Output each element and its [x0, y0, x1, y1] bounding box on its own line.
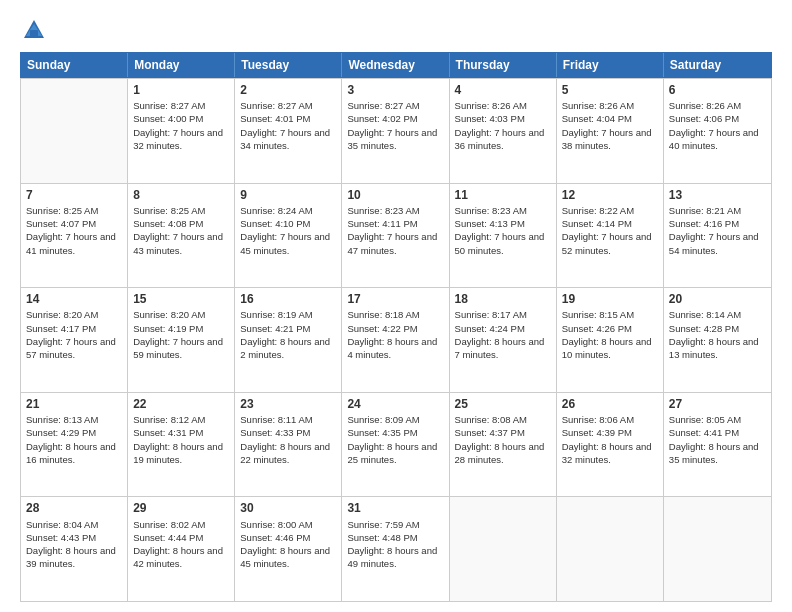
cal-cell: 18Sunrise: 8:17 AM Sunset: 4:24 PM Dayli… [450, 288, 557, 392]
day-number: 29 [133, 500, 229, 516]
cal-cell: 19Sunrise: 8:15 AM Sunset: 4:26 PM Dayli… [557, 288, 664, 392]
cal-cell: 4Sunrise: 8:26 AM Sunset: 4:03 PM Daylig… [450, 79, 557, 183]
cal-cell: 15Sunrise: 8:20 AM Sunset: 4:19 PM Dayli… [128, 288, 235, 392]
cal-header-tuesday: Tuesday [235, 53, 342, 77]
day-number: 31 [347, 500, 443, 516]
page: SundayMondayTuesdayWednesdayThursdayFrid… [0, 0, 792, 612]
cal-cell: 5Sunrise: 8:26 AM Sunset: 4:04 PM Daylig… [557, 79, 664, 183]
day-number: 21 [26, 396, 122, 412]
day-info: Sunrise: 8:27 AM Sunset: 4:01 PM Dayligh… [240, 99, 336, 152]
day-info: Sunrise: 8:25 AM Sunset: 4:08 PM Dayligh… [133, 204, 229, 257]
day-info: Sunrise: 8:21 AM Sunset: 4:16 PM Dayligh… [669, 204, 766, 257]
cal-cell: 24Sunrise: 8:09 AM Sunset: 4:35 PM Dayli… [342, 393, 449, 497]
day-info: Sunrise: 8:12 AM Sunset: 4:31 PM Dayligh… [133, 413, 229, 466]
day-info: Sunrise: 8:11 AM Sunset: 4:33 PM Dayligh… [240, 413, 336, 466]
day-number: 5 [562, 82, 658, 98]
day-number: 8 [133, 187, 229, 203]
day-info: Sunrise: 8:27 AM Sunset: 4:00 PM Dayligh… [133, 99, 229, 152]
day-info: Sunrise: 8:26 AM Sunset: 4:03 PM Dayligh… [455, 99, 551, 152]
day-info: Sunrise: 8:23 AM Sunset: 4:13 PM Dayligh… [455, 204, 551, 257]
day-number: 2 [240, 82, 336, 98]
day-info: Sunrise: 8:04 AM Sunset: 4:43 PM Dayligh… [26, 518, 122, 571]
svg-rect-2 [30, 30, 38, 38]
cal-cell: 17Sunrise: 8:18 AM Sunset: 4:22 PM Dayli… [342, 288, 449, 392]
day-number: 4 [455, 82, 551, 98]
cal-week-1: 1Sunrise: 8:27 AM Sunset: 4:00 PM Daylig… [21, 78, 771, 183]
cal-header-friday: Friday [557, 53, 664, 77]
day-info: Sunrise: 8:15 AM Sunset: 4:26 PM Dayligh… [562, 308, 658, 361]
day-number: 6 [669, 82, 766, 98]
cal-cell: 12Sunrise: 8:22 AM Sunset: 4:14 PM Dayli… [557, 184, 664, 288]
day-number: 9 [240, 187, 336, 203]
cal-cell: 29Sunrise: 8:02 AM Sunset: 4:44 PM Dayli… [128, 497, 235, 601]
day-number: 25 [455, 396, 551, 412]
cal-cell: 31Sunrise: 7:59 AM Sunset: 4:48 PM Dayli… [342, 497, 449, 601]
day-number: 17 [347, 291, 443, 307]
cal-cell: 25Sunrise: 8:08 AM Sunset: 4:37 PM Dayli… [450, 393, 557, 497]
cal-week-4: 21Sunrise: 8:13 AM Sunset: 4:29 PM Dayli… [21, 392, 771, 497]
day-info: Sunrise: 8:05 AM Sunset: 4:41 PM Dayligh… [669, 413, 766, 466]
cal-cell: 21Sunrise: 8:13 AM Sunset: 4:29 PM Dayli… [21, 393, 128, 497]
logo [20, 16, 52, 44]
day-info: Sunrise: 8:22 AM Sunset: 4:14 PM Dayligh… [562, 204, 658, 257]
day-info: Sunrise: 8:20 AM Sunset: 4:19 PM Dayligh… [133, 308, 229, 361]
day-number: 14 [26, 291, 122, 307]
cal-cell [21, 79, 128, 183]
day-info: Sunrise: 8:02 AM Sunset: 4:44 PM Dayligh… [133, 518, 229, 571]
day-number: 16 [240, 291, 336, 307]
cal-cell: 9Sunrise: 8:24 AM Sunset: 4:10 PM Daylig… [235, 184, 342, 288]
day-info: Sunrise: 8:23 AM Sunset: 4:11 PM Dayligh… [347, 204, 443, 257]
day-number: 27 [669, 396, 766, 412]
cal-cell: 3Sunrise: 8:27 AM Sunset: 4:02 PM Daylig… [342, 79, 449, 183]
cal-cell: 6Sunrise: 8:26 AM Sunset: 4:06 PM Daylig… [664, 79, 771, 183]
day-number: 26 [562, 396, 658, 412]
calendar: SundayMondayTuesdayWednesdayThursdayFrid… [20, 52, 772, 602]
cal-cell: 8Sunrise: 8:25 AM Sunset: 4:08 PM Daylig… [128, 184, 235, 288]
day-number: 10 [347, 187, 443, 203]
day-info: Sunrise: 8:08 AM Sunset: 4:37 PM Dayligh… [455, 413, 551, 466]
day-number: 23 [240, 396, 336, 412]
calendar-body: 1Sunrise: 8:27 AM Sunset: 4:00 PM Daylig… [20, 78, 772, 602]
day-info: Sunrise: 8:26 AM Sunset: 4:06 PM Dayligh… [669, 99, 766, 152]
cal-cell: 11Sunrise: 8:23 AM Sunset: 4:13 PM Dayli… [450, 184, 557, 288]
cal-header-wednesday: Wednesday [342, 53, 449, 77]
day-number: 15 [133, 291, 229, 307]
day-info: Sunrise: 8:09 AM Sunset: 4:35 PM Dayligh… [347, 413, 443, 466]
day-number: 13 [669, 187, 766, 203]
day-number: 18 [455, 291, 551, 307]
day-info: Sunrise: 8:26 AM Sunset: 4:04 PM Dayligh… [562, 99, 658, 152]
day-number: 19 [562, 291, 658, 307]
day-number: 24 [347, 396, 443, 412]
day-info: Sunrise: 8:17 AM Sunset: 4:24 PM Dayligh… [455, 308, 551, 361]
day-info: Sunrise: 8:00 AM Sunset: 4:46 PM Dayligh… [240, 518, 336, 571]
cal-cell: 2Sunrise: 8:27 AM Sunset: 4:01 PM Daylig… [235, 79, 342, 183]
cal-cell: 30Sunrise: 8:00 AM Sunset: 4:46 PM Dayli… [235, 497, 342, 601]
day-number: 1 [133, 82, 229, 98]
day-info: Sunrise: 8:13 AM Sunset: 4:29 PM Dayligh… [26, 413, 122, 466]
cal-cell: 7Sunrise: 8:25 AM Sunset: 4:07 PM Daylig… [21, 184, 128, 288]
day-info: Sunrise: 8:24 AM Sunset: 4:10 PM Dayligh… [240, 204, 336, 257]
day-info: Sunrise: 8:19 AM Sunset: 4:21 PM Dayligh… [240, 308, 336, 361]
cal-cell [450, 497, 557, 601]
cal-header-sunday: Sunday [21, 53, 128, 77]
cal-week-5: 28Sunrise: 8:04 AM Sunset: 4:43 PM Dayli… [21, 496, 771, 601]
calendar-header-row: SundayMondayTuesdayWednesdayThursdayFrid… [20, 52, 772, 78]
cal-week-3: 14Sunrise: 8:20 AM Sunset: 4:17 PM Dayli… [21, 287, 771, 392]
day-number: 7 [26, 187, 122, 203]
day-number: 28 [26, 500, 122, 516]
day-number: 11 [455, 187, 551, 203]
day-info: Sunrise: 8:14 AM Sunset: 4:28 PM Dayligh… [669, 308, 766, 361]
cal-cell: 27Sunrise: 8:05 AM Sunset: 4:41 PM Dayli… [664, 393, 771, 497]
day-number: 20 [669, 291, 766, 307]
day-info: Sunrise: 8:18 AM Sunset: 4:22 PM Dayligh… [347, 308, 443, 361]
cal-cell: 1Sunrise: 8:27 AM Sunset: 4:00 PM Daylig… [128, 79, 235, 183]
day-info: Sunrise: 8:27 AM Sunset: 4:02 PM Dayligh… [347, 99, 443, 152]
cal-header-saturday: Saturday [664, 53, 771, 77]
cal-header-thursday: Thursday [450, 53, 557, 77]
day-info: Sunrise: 8:06 AM Sunset: 4:39 PM Dayligh… [562, 413, 658, 466]
cal-cell: 14Sunrise: 8:20 AM Sunset: 4:17 PM Dayli… [21, 288, 128, 392]
cal-cell [664, 497, 771, 601]
cal-cell: 23Sunrise: 8:11 AM Sunset: 4:33 PM Dayli… [235, 393, 342, 497]
day-number: 3 [347, 82, 443, 98]
cal-cell: 13Sunrise: 8:21 AM Sunset: 4:16 PM Dayli… [664, 184, 771, 288]
